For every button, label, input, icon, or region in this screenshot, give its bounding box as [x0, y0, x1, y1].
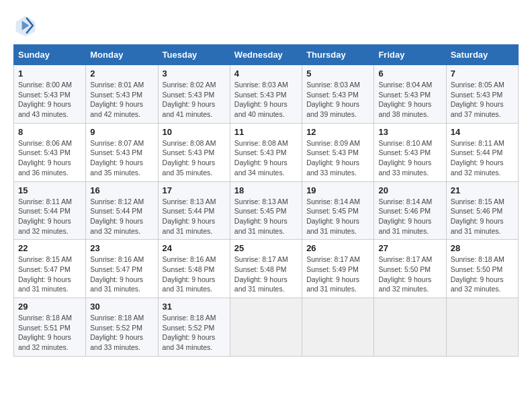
day-info: Sunrise: 8:17 AM Sunset: 5:48 PM Dayligh…	[234, 255, 298, 294]
calendar-cell: 14Sunrise: 8:11 AM Sunset: 5:44 PM Dayli…	[446, 123, 518, 181]
day-number: 22	[18, 243, 81, 253]
calendar-cell	[302, 298, 374, 357]
day-number: 14	[451, 127, 514, 137]
day-number: 28	[451, 243, 514, 253]
day-info: Sunrise: 8:16 AM Sunset: 5:47 PM Dayligh…	[90, 255, 153, 294]
day-info: Sunrise: 8:00 AM Sunset: 5:43 PM Dayligh…	[18, 80, 81, 120]
calendar-week-row: 22Sunrise: 8:15 AM Sunset: 5:47 PM Dayli…	[14, 240, 519, 298]
calendar-cell: 13Sunrise: 8:10 AM Sunset: 5:43 PM Dayli…	[374, 123, 446, 181]
calendar-cell: 24Sunrise: 8:16 AM Sunset: 5:48 PM Dayli…	[158, 240, 230, 298]
column-header-saturday: Saturday	[446, 45, 518, 65]
calendar-cell: 10Sunrise: 8:08 AM Sunset: 5:43 PM Dayli…	[158, 123, 230, 181]
calendar-cell: 15Sunrise: 8:11 AM Sunset: 5:44 PM Dayli…	[14, 181, 86, 240]
day-info: Sunrise: 8:18 AM Sunset: 5:51 PM Dayligh…	[18, 313, 81, 353]
day-number: 10	[163, 127, 226, 137]
day-info: Sunrise: 8:01 AM Sunset: 5:43 PM Dayligh…	[90, 80, 153, 120]
day-number: 25	[234, 243, 298, 253]
header-row: SundayMondayTuesdayWednesdayThursdayFrid…	[14, 45, 519, 65]
calendar-cell: 11Sunrise: 8:08 AM Sunset: 5:43 PM Dayli…	[230, 123, 302, 181]
day-info: Sunrise: 8:03 AM Sunset: 5:43 PM Dayligh…	[234, 80, 298, 120]
calendar-cell: 25Sunrise: 8:17 AM Sunset: 5:48 PM Dayli…	[230, 240, 302, 298]
day-number: 2	[90, 68, 153, 79]
calendar-week-row: 29Sunrise: 8:18 AM Sunset: 5:51 PM Dayli…	[14, 298, 519, 357]
day-number: 4	[234, 68, 298, 79]
calendar-week-row: 8Sunrise: 8:06 AM Sunset: 5:43 PM Daylig…	[14, 123, 519, 181]
day-info: Sunrise: 8:10 AM Sunset: 5:43 PM Dayligh…	[378, 138, 441, 178]
day-info: Sunrise: 8:03 AM Sunset: 5:43 PM Dayligh…	[306, 80, 369, 120]
calendar-cell	[446, 298, 518, 357]
day-number: 19	[306, 185, 369, 195]
column-header-sunday: Sunday	[14, 45, 86, 65]
day-number: 21	[451, 185, 514, 195]
calendar-cell: 5Sunrise: 8:03 AM Sunset: 5:43 PM Daylig…	[302, 65, 374, 124]
day-number: 23	[90, 243, 153, 253]
day-info: Sunrise: 8:06 AM Sunset: 5:43 PM Dayligh…	[18, 138, 81, 178]
day-info: Sunrise: 8:07 AM Sunset: 5:43 PM Dayligh…	[90, 138, 153, 178]
day-number: 8	[18, 127, 81, 137]
column-header-monday: Monday	[86, 45, 158, 65]
day-info: Sunrise: 8:11 AM Sunset: 5:44 PM Dayligh…	[18, 197, 81, 236]
day-info: Sunrise: 8:09 AM Sunset: 5:43 PM Dayligh…	[306, 138, 369, 178]
page-header	[13, 13, 519, 38]
column-header-wednesday: Wednesday	[230, 45, 302, 65]
day-number: 31	[163, 302, 226, 312]
calendar-cell: 2Sunrise: 8:01 AM Sunset: 5:43 PM Daylig…	[86, 65, 158, 124]
day-info: Sunrise: 8:18 AM Sunset: 5:52 PM Dayligh…	[90, 313, 153, 353]
day-number: 26	[306, 243, 369, 253]
day-number: 6	[378, 68, 441, 79]
day-info: Sunrise: 8:17 AM Sunset: 5:50 PM Dayligh…	[378, 255, 441, 294]
calendar-cell: 4Sunrise: 8:03 AM Sunset: 5:43 PM Daylig…	[230, 65, 302, 124]
day-info: Sunrise: 8:02 AM Sunset: 5:43 PM Dayligh…	[163, 80, 226, 120]
calendar-cell: 20Sunrise: 8:14 AM Sunset: 5:46 PM Dayli…	[374, 181, 446, 240]
calendar-cell: 18Sunrise: 8:13 AM Sunset: 5:45 PM Dayli…	[230, 181, 302, 240]
day-number: 12	[306, 127, 369, 137]
day-number: 7	[451, 68, 514, 79]
calendar-cell: 27Sunrise: 8:17 AM Sunset: 5:50 PM Dayli…	[374, 240, 446, 298]
day-number: 15	[18, 185, 81, 195]
calendar-cell: 1Sunrise: 8:00 AM Sunset: 5:43 PM Daylig…	[14, 65, 86, 124]
day-info: Sunrise: 8:15 AM Sunset: 5:47 PM Dayligh…	[18, 255, 81, 294]
day-number: 3	[163, 68, 226, 79]
calendar-cell: 6Sunrise: 8:04 AM Sunset: 5:43 PM Daylig…	[374, 65, 446, 124]
day-info: Sunrise: 8:11 AM Sunset: 5:44 PM Dayligh…	[451, 138, 514, 178]
day-info: Sunrise: 8:18 AM Sunset: 5:50 PM Dayligh…	[451, 255, 514, 294]
calendar-cell: 16Sunrise: 8:12 AM Sunset: 5:44 PM Dayli…	[86, 181, 158, 240]
calendar-cell: 30Sunrise: 8:18 AM Sunset: 5:52 PM Dayli…	[86, 298, 158, 357]
day-number: 29	[18, 302, 81, 312]
day-info: Sunrise: 8:04 AM Sunset: 5:43 PM Dayligh…	[378, 80, 441, 120]
calendar-cell: 29Sunrise: 8:18 AM Sunset: 5:51 PM Dayli…	[14, 298, 86, 357]
column-header-tuesday: Tuesday	[158, 45, 230, 65]
day-info: Sunrise: 8:13 AM Sunset: 5:44 PM Dayligh…	[163, 197, 226, 236]
day-number: 27	[378, 243, 441, 253]
day-number: 11	[234, 127, 298, 137]
calendar-cell: 22Sunrise: 8:15 AM Sunset: 5:47 PM Dayli…	[14, 240, 86, 298]
day-number: 24	[163, 243, 226, 253]
day-number: 20	[378, 185, 441, 195]
calendar-cell: 3Sunrise: 8:02 AM Sunset: 5:43 PM Daylig…	[158, 65, 230, 124]
day-info: Sunrise: 8:18 AM Sunset: 5:52 PM Dayligh…	[163, 313, 226, 353]
day-number: 30	[90, 302, 153, 312]
day-info: Sunrise: 8:14 AM Sunset: 5:46 PM Dayligh…	[378, 197, 441, 236]
column-header-thursday: Thursday	[302, 45, 374, 65]
column-header-friday: Friday	[374, 45, 446, 65]
day-info: Sunrise: 8:17 AM Sunset: 5:49 PM Dayligh…	[306, 255, 369, 294]
day-info: Sunrise: 8:16 AM Sunset: 5:48 PM Dayligh…	[163, 255, 226, 294]
calendar-body: 1Sunrise: 8:00 AM Sunset: 5:43 PM Daylig…	[14, 65, 519, 357]
calendar-cell: 21Sunrise: 8:15 AM Sunset: 5:46 PM Dayli…	[446, 181, 518, 240]
calendar-table: SundayMondayTuesdayWednesdayThursdayFrid…	[13, 44, 519, 357]
day-info: Sunrise: 8:14 AM Sunset: 5:45 PM Dayligh…	[306, 197, 369, 236]
calendar-cell: 23Sunrise: 8:16 AM Sunset: 5:47 PM Dayli…	[86, 240, 158, 298]
day-info: Sunrise: 8:08 AM Sunset: 5:43 PM Dayligh…	[163, 138, 226, 178]
calendar-cell: 31Sunrise: 8:18 AM Sunset: 5:52 PM Dayli…	[158, 298, 230, 357]
calendar-cell: 7Sunrise: 8:05 AM Sunset: 5:43 PM Daylig…	[446, 65, 518, 124]
day-info: Sunrise: 8:05 AM Sunset: 5:43 PM Dayligh…	[451, 80, 514, 120]
day-number: 5	[306, 68, 369, 79]
day-info: Sunrise: 8:13 AM Sunset: 5:45 PM Dayligh…	[234, 197, 298, 236]
calendar-cell: 28Sunrise: 8:18 AM Sunset: 5:50 PM Dayli…	[446, 240, 518, 298]
calendar-week-row: 15Sunrise: 8:11 AM Sunset: 5:44 PM Dayli…	[14, 181, 519, 240]
day-number: 1	[18, 68, 81, 79]
calendar-cell: 17Sunrise: 8:13 AM Sunset: 5:44 PM Dayli…	[158, 181, 230, 240]
calendar-cell: 26Sunrise: 8:17 AM Sunset: 5:49 PM Dayli…	[302, 240, 374, 298]
day-number: 17	[163, 185, 226, 195]
calendar-cell: 12Sunrise: 8:09 AM Sunset: 5:43 PM Dayli…	[302, 123, 374, 181]
